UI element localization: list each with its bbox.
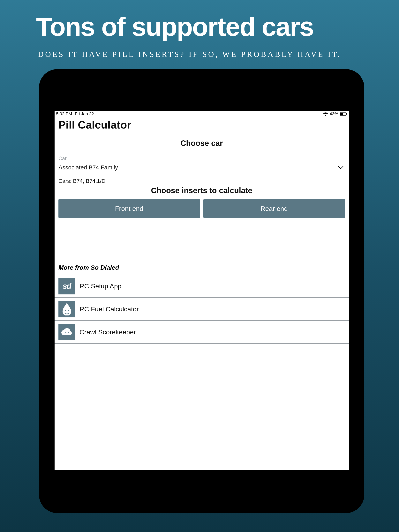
- more-from-heading: More from So Dialed: [55, 264, 349, 275]
- battery-icon: [340, 112, 347, 116]
- svg-point-5: [65, 332, 66, 333]
- status-battery-pct: 43%: [330, 111, 338, 116]
- car-dropdown-value: Associated B74 Family: [58, 164, 118, 171]
- svg-point-6: [68, 332, 69, 333]
- more-app-crawl-scorekeeper[interactable]: Crawl Scorekeeper: [55, 321, 349, 344]
- car-dropdown[interactable]: Associated B74 Family: [58, 162, 345, 173]
- car-field-label: Car: [55, 152, 349, 162]
- choose-inserts-heading: Choose inserts to calculate: [55, 184, 349, 199]
- svg-point-4: [68, 310, 69, 311]
- cars-detail: Cars: B74, B74.1/D: [55, 173, 349, 184]
- svg-rect-2: [346, 113, 347, 115]
- svg-point-3: [65, 310, 66, 311]
- device-frame: 5:02 PM Fri Jan 22 43% Pill Calculator C…: [39, 69, 364, 513]
- status-time: 5:02 PM: [56, 111, 72, 116]
- app-screen: 5:02 PM Fri Jan 22 43% Pill Calculator C…: [55, 111, 349, 470]
- choose-car-heading: Choose car: [55, 133, 349, 152]
- promo-headline: Tons of supported cars: [36, 14, 314, 40]
- status-bar: 5:02 PM Fri Jan 22 43%: [55, 111, 349, 117]
- more-app-rc-setup[interactable]: sd RC Setup App: [55, 275, 349, 298]
- more-app-rc-fuel[interactable]: RC Fuel Calculcator: [55, 298, 349, 321]
- rear-end-button[interactable]: Rear end: [203, 199, 345, 218]
- status-date: Fri Jan 22: [75, 111, 94, 116]
- sd-logo-icon: sd: [58, 278, 75, 294]
- more-app-label: Crawl Scorekeeper: [79, 328, 136, 336]
- app-title: Pill Calculator: [55, 117, 349, 133]
- promo-subhead: Does it have pill inserts? If so, we pro…: [38, 50, 341, 59]
- wifi-icon: [323, 112, 328, 116]
- chevron-down-icon: [338, 166, 344, 169]
- more-app-label: RC Fuel Calculcator: [79, 305, 139, 313]
- droplet-icon: [58, 301, 75, 317]
- svg-rect-1: [340, 113, 343, 115]
- front-end-button[interactable]: Front end: [58, 199, 200, 218]
- cloud-icon: [58, 324, 75, 340]
- more-app-label: RC Setup App: [79, 282, 121, 290]
